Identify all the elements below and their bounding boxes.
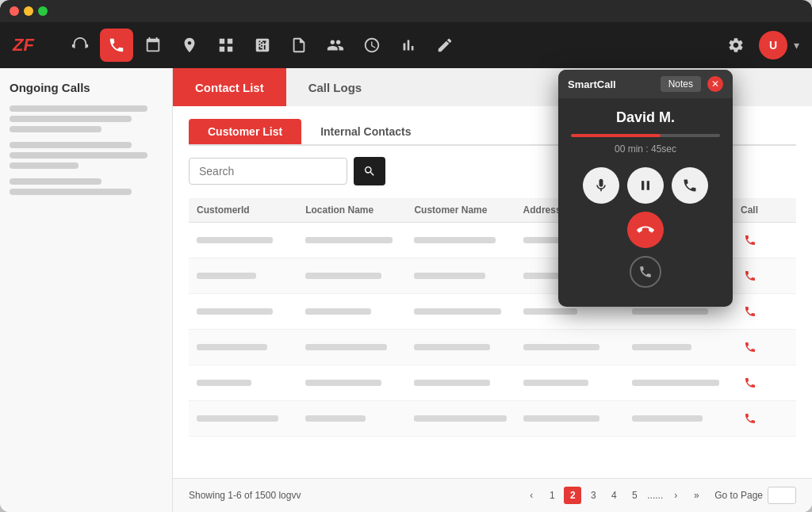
- phone-icon[interactable]: [100, 29, 133, 62]
- sidebar-title: Ongoing Calls: [10, 81, 163, 94]
- go-to-page: Go to Page: [714, 487, 796, 504]
- transfer-button[interactable]: [672, 167, 708, 204]
- edit-icon[interactable]: [428, 29, 462, 62]
- title-bar: [0, 0, 812, 22]
- maximize-button[interactable]: [38, 6, 48, 16]
- hangup-button[interactable]: [627, 212, 664, 248]
- table-row: [189, 401, 796, 437]
- cell-data: [523, 308, 578, 315]
- smartcall-popup: SmartCall Notes ✕ David M. 00 min : 45se…: [558, 70, 733, 307]
- close-popup-button[interactable]: ✕: [707, 76, 723, 92]
- chevron-down-icon[interactable]: ▾: [794, 39, 799, 52]
- hold-button[interactable]: [627, 167, 664, 204]
- col-call: Call: [741, 204, 788, 216]
- schedule-icon[interactable]: [209, 29, 243, 62]
- cell-data: [632, 415, 703, 422]
- navbar: ZF: [0, 22, 812, 68]
- go-to-input[interactable]: [768, 487, 796, 504]
- subtab-customer-list[interactable]: Customer List: [189, 119, 301, 144]
- list-item: [10, 142, 163, 169]
- caller-name: David M.: [571, 109, 720, 126]
- outgoing-call-button[interactable]: [630, 256, 661, 288]
- settings-icon[interactable]: [719, 29, 753, 62]
- col-customer-id: CustomerId: [197, 204, 305, 216]
- cell-data: [523, 344, 599, 350]
- close-icon: ✕: [711, 78, 719, 90]
- minimize-button[interactable]: [24, 6, 33, 16]
- page-2[interactable]: 2: [564, 487, 581, 504]
- cell-data: [197, 237, 273, 243]
- tab-call-logs[interactable]: Call Logs: [286, 68, 385, 106]
- cell-data: [197, 415, 278, 422]
- traffic-lights: [10, 6, 48, 16]
- page-prev-icon[interactable]: ‹: [523, 487, 540, 504]
- call-progress-bar: [571, 134, 720, 137]
- cell-data: [414, 344, 490, 350]
- call-button[interactable]: [741, 302, 760, 321]
- list-item: [10, 105, 163, 132]
- mute-button[interactable]: [583, 167, 619, 204]
- app-logo: ZF: [13, 35, 51, 55]
- call-button[interactable]: [741, 373, 760, 392]
- call-button[interactable]: [741, 409, 760, 428]
- popup-title: SmartCall: [568, 78, 616, 90]
- table-footer: Showing 1-6 of 1500 logvv ‹ 1 2 3 4 5 ..…: [173, 478, 812, 512]
- page-3[interactable]: 3: [584, 487, 602, 504]
- list-item: [10, 178, 163, 195]
- call-timer: 00 min : 45sec: [571, 143, 720, 155]
- team-icon[interactable]: [319, 29, 352, 62]
- cell-data: [414, 273, 485, 279]
- document-icon[interactable]: [282, 29, 316, 62]
- placeholder: [10, 189, 132, 195]
- cell-data: [414, 237, 496, 243]
- cell-data: [632, 308, 708, 315]
- cell-data: [197, 344, 267, 350]
- headset-icon[interactable]: [63, 29, 97, 62]
- placeholder: [10, 162, 79, 169]
- go-to-label: Go to Page: [714, 490, 763, 501]
- tab-contact-list[interactable]: Contact List: [173, 68, 286, 106]
- chart-icon[interactable]: [392, 29, 425, 62]
- cell-data: [197, 273, 256, 279]
- cell-data: [632, 380, 719, 386]
- col-location-name: Location Name: [305, 204, 414, 216]
- search-input[interactable]: [189, 158, 347, 185]
- cell-data: [305, 273, 381, 279]
- cell-data: [523, 415, 599, 422]
- table-row: [189, 330, 796, 365]
- search-button[interactable]: [354, 157, 385, 185]
- placeholder: [10, 142, 132, 148]
- cell-data: [305, 380, 381, 386]
- cell-data: [197, 308, 273, 315]
- cell-data: [414, 380, 490, 386]
- navbar-right: U ▾: [719, 29, 799, 62]
- calculator-icon[interactable]: [246, 29, 279, 62]
- call-button[interactable]: [741, 231, 760, 250]
- cell-data: [305, 237, 393, 243]
- user-avatar[interactable]: U: [759, 31, 787, 59]
- location-icon[interactable]: [173, 29, 206, 62]
- cell-data: [305, 308, 370, 315]
- cell-data: [197, 380, 251, 386]
- app-window: ZF: [0, 0, 812, 512]
- page-1[interactable]: 1: [543, 487, 561, 504]
- call-progress-fill: [571, 134, 661, 137]
- page-5[interactable]: 5: [626, 487, 643, 504]
- page-last[interactable]: »: [688, 487, 705, 504]
- pagination: ‹ 1 2 3 4 5 ...... › » Go to Page: [523, 487, 796, 504]
- page-ellipsis: ......: [646, 487, 664, 504]
- cell-data: [414, 415, 507, 422]
- call-button[interactable]: [741, 266, 760, 285]
- notes-button[interactable]: Notes: [661, 76, 701, 92]
- col-customer-name: Customer Name: [414, 204, 523, 216]
- subtab-internal-contacts[interactable]: Internal Contacts: [301, 119, 430, 144]
- page-next[interactable]: ›: [667, 487, 684, 504]
- call-controls: [571, 167, 720, 204]
- call-button[interactable]: [741, 338, 760, 357]
- close-button[interactable]: [10, 6, 19, 16]
- page-4[interactable]: 4: [605, 487, 622, 504]
- calendar-icon[interactable]: [136, 29, 170, 62]
- placeholder: [10, 152, 147, 159]
- table-row: [189, 365, 796, 401]
- clock-icon[interactable]: [355, 29, 389, 62]
